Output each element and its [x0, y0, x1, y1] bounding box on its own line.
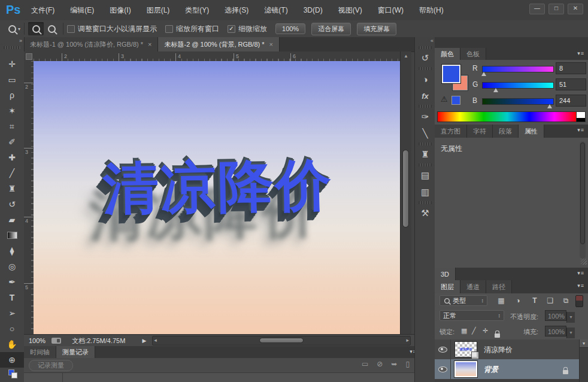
tool-presets-panel-icon[interactable]: ⚒ — [415, 205, 435, 222]
maximize-button[interactable]: □ — [548, 4, 564, 14]
menu-help[interactable]: 帮助(H) — [419, 5, 444, 16]
canvas-horizontal-scrollbar[interactable]: ◂ ▸ — [152, 336, 411, 345]
fit-screen-button[interactable]: 适合屏幕 — [311, 23, 351, 35]
panel-grip[interactable] — [419, 46, 432, 49]
blue-slider-track[interactable] — [482, 98, 554, 105]
zoom-out-button[interactable] — [44, 22, 59, 35]
deselect-measurements-icon[interactable]: ⊘ — [377, 360, 383, 368]
history-panel-icon[interactable]: ↺ — [415, 50, 435, 66]
layer-name[interactable]: 清凉降价 — [484, 345, 513, 355]
tab-channels[interactable]: 通道 — [460, 280, 486, 293]
properties-scrollbar[interactable] — [580, 141, 586, 259]
adobe-drive-icon[interactable] — [51, 338, 61, 344]
layer-visibility-toggle[interactable] — [435, 359, 451, 379]
layer-thumbnail[interactable]: 清凉降价 — [454, 341, 477, 357]
menu-filter[interactable]: 滤镜(T) — [264, 5, 287, 16]
panel-grip[interactable] — [4, 46, 20, 49]
layer-visibility-toggle[interactable] — [435, 339, 451, 359]
resize-windows-checkbox[interactable]: ✓ — [67, 25, 75, 33]
healing-brush-tool[interactable]: ✚ — [0, 150, 24, 165]
filter-pixel-layers-icon[interactable]: ▦ — [495, 295, 508, 306]
filter-adjustment-layers-icon[interactable]: ◑ — [511, 295, 525, 306]
document-tab-untitled-2[interactable]: 未标题-2 @ 100% (背景, RGB/8) * × — [158, 37, 279, 51]
red-value-field[interactable]: 8 — [556, 62, 586, 74]
tab-close-icon[interactable]: × — [148, 41, 151, 48]
foreground-color-swatch[interactable] — [442, 65, 460, 83]
green-slider-track[interactable] — [482, 82, 554, 89]
close-button[interactable]: ✕ — [568, 4, 583, 14]
zoom-level-field[interactable]: 100% — [29, 337, 46, 344]
scroll-down-icon[interactable]: ▾ — [580, 339, 588, 348]
zoom-tool[interactable]: ⊕ — [0, 352, 24, 368]
opacity-field[interactable]: 100%▾ — [545, 310, 575, 323]
tab-histogram[interactable]: 直方图 — [435, 125, 467, 138]
layer-row-background[interactable]: 背景 — [435, 359, 588, 380]
select-measurements-icon[interactable]: ▭ — [362, 360, 368, 368]
blue-value-field[interactable]: 244 — [556, 95, 586, 107]
zoom-all-windows-checkbox[interactable]: ✓ — [165, 25, 173, 33]
ruler-origin[interactable] — [24, 51, 34, 62]
tool-preset-caret-icon[interactable]: ▾ — [18, 26, 20, 32]
lock-transparent-pixels-icon[interactable]: ▦ — [461, 327, 467, 335]
zoom-in-button[interactable] — [28, 22, 44, 35]
layer-name[interactable]: 背景 — [484, 365, 498, 375]
tab-swatches[interactable]: 色板 — [460, 48, 486, 60]
menu-window[interactable]: 窗口(W) — [378, 5, 404, 16]
scrollbar-thumb[interactable] — [259, 338, 304, 343]
record-measurements-button[interactable]: 记录测量 — [29, 360, 73, 371]
crop-tool[interactable]: ⌗ — [0, 119, 24, 134]
fill-screen-button[interactable]: 填充屏幕 — [357, 23, 396, 35]
adjustments-panel-icon[interactable]: ◑ — [415, 71, 435, 87]
tab-paths[interactable]: 路径 — [486, 280, 512, 293]
menu-3d[interactable]: 3D(D) — [304, 6, 323, 14]
gradient-tool[interactable] — [0, 228, 24, 243]
spectrum-white-black-swatch[interactable] — [576, 111, 586, 122]
magic-wand-tool[interactable]: ✶ — [0, 103, 24, 119]
brush-tool[interactable]: ╱ — [0, 165, 24, 181]
paragraph-styles-panel-icon[interactable]: ▥ — [415, 184, 435, 201]
dock-collapse-icon[interactable]: « — [415, 37, 435, 46]
layer-thumbnail[interactable] — [454, 361, 477, 377]
layers-scrollbar[interactable]: ▾ — [579, 339, 588, 382]
layer-filter-type-dropdown[interactable]: 类型 ↕ — [440, 295, 487, 306]
filter-smart-objects-icon[interactable]: ⧉ — [559, 295, 572, 306]
menu-file[interactable]: 文件(F) — [31, 5, 54, 16]
scrubby-zoom-checkbox[interactable]: ✓ — [228, 25, 235, 33]
tab-color[interactable]: 颜色 — [435, 48, 460, 60]
scroll-left-icon[interactable]: ◂ — [154, 336, 157, 344]
eraser-tool[interactable]: ▰ — [0, 212, 24, 228]
tab-properties[interactable]: 属性 — [519, 125, 544, 138]
brush-presets-panel-icon[interactable]: ╲ — [415, 125, 435, 142]
scroll-up-icon[interactable]: ▴ — [401, 51, 411, 60]
rectangular-marquee-tool[interactable]: ▭ — [0, 72, 24, 87]
lock-all-icon[interactable] — [495, 334, 500, 338]
layer-row-qingliang[interactable]: 清凉降价 清凉降价 — [435, 339, 588, 360]
path-selection-tool[interactable]: ➢ — [0, 305, 24, 321]
minimize-button[interactable]: — — [529, 4, 545, 14]
blue-slider-handle[interactable] — [547, 104, 552, 108]
green-slider-handle[interactable] — [493, 88, 498, 92]
type-tool[interactable]: T — [0, 290, 24, 305]
filter-type-layers-icon[interactable]: T — [528, 295, 541, 306]
gamut-color-swatch[interactable] — [451, 96, 460, 105]
pen-tool[interactable]: ✒ — [0, 274, 24, 290]
toolbox-collapse-icon[interactable]: » — [0, 37, 24, 46]
clone-stamp-tool[interactable]: ♜ — [0, 181, 24, 196]
tab-3d[interactable]: 3D — [435, 268, 456, 280]
delete-measurement-icon[interactable]: ▯ — [405, 360, 410, 368]
dodge-tool[interactable]: ◎ — [0, 259, 24, 274]
status-flyout-icon[interactable]: ▶ — [142, 338, 146, 344]
panel-menu-icon[interactable]: ▾≡ — [577, 127, 584, 133]
tab-layers[interactable]: 图层 — [435, 280, 460, 293]
canvas[interactable]: 清凉降价 — [34, 61, 400, 334]
menu-edit[interactable]: 编辑(E) — [70, 5, 94, 16]
zoom-tool-icon[interactable] — [8, 25, 16, 33]
lock-position-icon[interactable]: ✛ — [483, 327, 488, 335]
menu-layer[interactable]: 图层(L) — [147, 5, 170, 16]
ellipse-tool[interactable]: ○ — [0, 321, 24, 336]
blur-tool[interactable]: ⧫ — [0, 243, 24, 259]
menu-select[interactable]: 选择(S) — [225, 5, 248, 16]
layer-filter-toggle[interactable] — [575, 295, 583, 307]
tab-paragraph[interactable]: 段落 — [493, 125, 519, 138]
brush-panel-icon[interactable]: ✑ — [415, 108, 435, 125]
